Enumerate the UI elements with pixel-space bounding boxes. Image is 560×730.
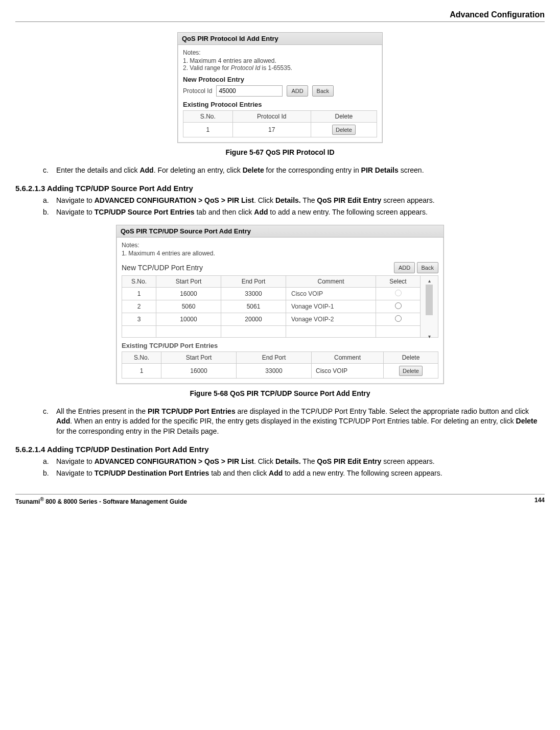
col-sno: S.No.	[183, 111, 233, 123]
step-a: a. Navigate to ADVANCED CONFIGURATION > …	[43, 196, 545, 206]
page-number: 144	[534, 497, 545, 505]
col-comment: Comment	[312, 351, 384, 363]
section-heading-2: 5.6.2.1.4 Adding TCP/UDP Destination Por…	[15, 445, 545, 454]
step-b: b. Navigate to TCP/UDP Source Port Entri…	[43, 207, 545, 218]
dialog2-note1: 1. Maximum 4 entries are allowed.	[122, 250, 438, 257]
dialog1-new-section: New Protocol Entry	[183, 76, 377, 83]
cell-sno: 1	[183, 123, 233, 137]
section-heading-1: 5.6.2.1.3 Adding TCP/UDP Source Port Add…	[15, 184, 545, 193]
dialog-protocol-id: QoS PIR Protocol Id Add Entry Notes: 1. …	[177, 32, 383, 143]
table-row-empty	[122, 325, 438, 337]
table-row: 1 17 Delete	[183, 123, 377, 137]
footer-left: Tsunami® 800 & 8000 Series - Software Ma…	[15, 497, 187, 505]
protocol-id-label: Protocol Id	[183, 87, 212, 95]
back-button[interactable]: Back	[312, 85, 334, 97]
col-sno: S.No.	[122, 275, 156, 287]
dialog1-note2: 2. Valid range for Protocol Id is 1-6553…	[183, 64, 377, 72]
add-button[interactable]: ADD	[287, 85, 308, 97]
dialog2-new-section: New TCP/UDP Port Entry	[122, 264, 203, 272]
existing-protocol-table: S.No. Protocol Id Delete 1 17 Delete	[183, 110, 377, 137]
scrollbar[interactable]: ▴ ▾	[421, 275, 438, 337]
back-button[interactable]: Back	[417, 262, 438, 273]
table-row: 1 16000 33000 Cisco VOIP	[122, 287, 438, 300]
col-delete: Delete	[384, 351, 438, 363]
dialog2-title: QoS PIR TCP/UDP Source Port Add Entry	[116, 225, 444, 238]
step-a: a. Navigate to ADVANCED CONFIGURATION > …	[43, 457, 545, 467]
protocol-id-input[interactable]	[216, 85, 283, 97]
page-footer: Tsunami® 800 & 8000 Series - Software Ma…	[15, 497, 545, 505]
step-c: c. Enter the details and click Add. For …	[43, 166, 545, 176]
table-row: 3 10000 20000 Vonage VOIP-2	[122, 313, 438, 325]
new-port-table: S.No. Start Port End Port Comment Select…	[122, 275, 438, 338]
dialog-source-port: QoS PIR TCP/UDP Source Port Add Entry No…	[116, 225, 444, 384]
col-pid: Protocol Id	[232, 111, 311, 123]
figure-caption-2: Figure 5-68 QoS PIR TCP/UDP Source Port …	[15, 389, 545, 397]
footer-rule	[15, 494, 545, 494]
header-rule	[15, 21, 545, 22]
step-c: c. All the Entries present in the PIR TC…	[43, 407, 545, 437]
col-start: Start Port	[156, 275, 221, 287]
page-header: Advanced Configuration	[15, 10, 545, 19]
col-end: End Port	[237, 351, 312, 363]
dialog1-title: QoS PIR Protocol Id Add Entry	[178, 33, 382, 45]
dialog1-note1: 1. Maximum 4 entries are allowed.	[183, 57, 377, 64]
existing-port-table: S.No. Start Port End Port Comment Delete…	[122, 351, 438, 379]
select-radio[interactable]	[395, 315, 402, 322]
figure-caption-1: Figure 5-67 QoS PIR Protocol ID	[15, 148, 545, 156]
col-comment: Comment	[286, 275, 376, 287]
scroll-down-icon[interactable]: ▾	[425, 334, 434, 339]
select-radio[interactable]	[395, 302, 402, 309]
col-delete: Delete	[311, 111, 377, 123]
add-button[interactable]: ADD	[394, 262, 415, 273]
cell-pid: 17	[232, 123, 311, 137]
dialog2-notes-head: Notes:	[122, 242, 438, 249]
table-row: 2 5060 5061 Vonage VOIP-1	[122, 300, 438, 313]
step-b: b. Navigate to TCP/UDP Destination Port …	[43, 468, 545, 479]
delete-button[interactable]: Delete	[399, 366, 423, 376]
dialog1-notes-head: Notes:	[183, 49, 377, 56]
delete-button[interactable]: Delete	[332, 125, 356, 135]
select-radio[interactable]	[395, 290, 402, 296]
col-select: Select	[376, 275, 421, 287]
col-end: End Port	[221, 275, 286, 287]
scroll-up-icon[interactable]: ▴	[425, 278, 434, 284]
dialog1-existing-section: Existing Protocol Entries	[183, 101, 377, 108]
scroll-thumb[interactable]	[426, 285, 433, 315]
col-start: Start Port	[161, 351, 237, 363]
table-row: 1 16000 33000 Cisco VOIP Delete	[122, 363, 438, 378]
col-sno: S.No.	[122, 351, 161, 363]
dialog2-existing-section: Existing TCP/UDP Port Entries	[122, 342, 438, 349]
